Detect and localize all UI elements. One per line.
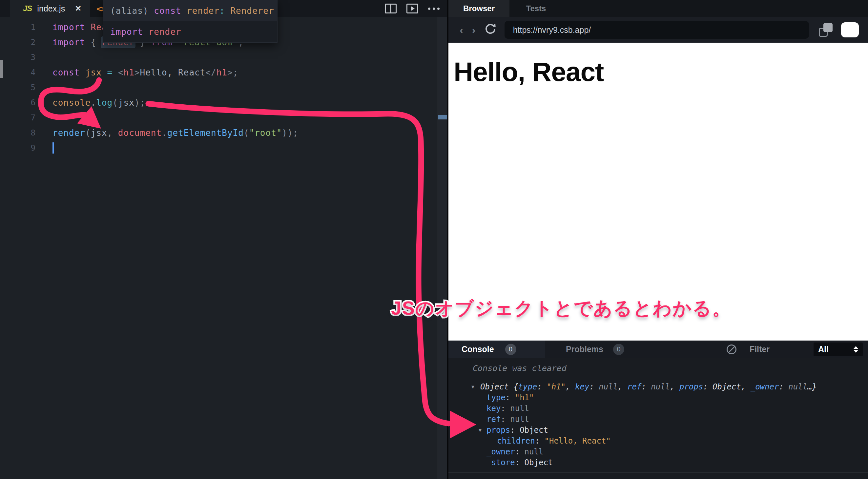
code-line[interactable]: 3 — [0, 50, 438, 65]
code-token: _owner — [487, 447, 515, 456]
code-token: : — [589, 382, 599, 391]
code-token — [113, 67, 118, 78]
code-token: null — [510, 415, 529, 424]
code-token — [225, 6, 230, 16]
code-line[interactable]: 9 — [0, 141, 438, 155]
run-preview-icon[interactable] — [406, 4, 418, 13]
console-tree-row[interactable]: key: null — [448, 403, 868, 414]
console-tree-row[interactable]: _owner: null — [448, 446, 868, 457]
tooltip: (alias) const render: Rendererimport ren… — [103, 0, 278, 43]
select-arrows-icon — [854, 346, 858, 353]
code-line[interactable]: 5 — [0, 80, 438, 95]
code-token: jsx — [118, 98, 134, 108]
code-token: Object — [520, 425, 548, 435]
code-token: = — [107, 67, 113, 78]
console-count-badge: 0 — [505, 344, 516, 355]
scrollbar-marker — [438, 115, 447, 119]
code-token: > — [134, 67, 140, 78]
more-options-icon[interactable] — [428, 7, 440, 10]
back-icon[interactable]: ‹ — [460, 24, 463, 35]
editor-scrollbar[interactable] — [438, 17, 447, 479]
console-body: Console was cleared ▼Object {type: "h1",… — [448, 358, 868, 473]
code-line[interactable]: 4const jsx = <h1>Hello, React</h1>; — [0, 65, 438, 80]
code-token: render — [149, 27, 181, 37]
code-token: ) — [287, 128, 293, 138]
tooltip-row[interactable]: import render — [103, 21, 277, 42]
code-line[interactable]: 6console.log(jsx); — [0, 95, 438, 110]
console-tree-row[interactable]: _store: Object — [448, 457, 868, 468]
tab-problems[interactable]: Problems 0 — [566, 344, 624, 355]
code-token: , — [565, 382, 575, 391]
tooltip-row[interactable]: (alias) const render: Renderer — [103, 0, 277, 21]
log-level-select[interactable]: All — [813, 342, 863, 356]
forward-icon[interactable]: › — [472, 24, 475, 35]
code-token — [181, 6, 187, 16]
close-tab-icon[interactable]: ✕ — [75, 4, 81, 13]
code-text[interactable]: console.log(jsx); — [53, 98, 145, 108]
code-token: : — [515, 447, 525, 456]
log-level-value: All — [818, 345, 854, 354]
line-number: 5 — [0, 83, 35, 92]
code-token: ) — [282, 128, 287, 138]
refresh-icon[interactable] — [484, 23, 497, 37]
code-token: _store — [487, 458, 515, 467]
expand-triangle-icon[interactable]: ▼ — [478, 427, 482, 433]
code-token — [85, 22, 91, 32]
code-token: "h1" — [515, 393, 534, 402]
code-token — [149, 6, 154, 16]
browser-pane: Browser Tests ‹ › Hello, React Console 0 — [448, 0, 868, 479]
code-token: getElementById — [167, 128, 244, 138]
code-token: , — [741, 382, 750, 391]
code-line[interactable]: 8render(jsx, document.getElementById("ro… — [0, 125, 438, 141]
code-token: ref — [627, 382, 641, 391]
line-number: 2 — [0, 38, 35, 47]
code-lines[interactable]: 1import React from "react";2import { ren… — [0, 17, 438, 479]
code-text[interactable]: const jsx = <h1>Hello, React</h1>; — [53, 67, 238, 78]
code-token: children — [497, 436, 535, 446]
url-input[interactable] — [504, 21, 809, 39]
code-token: const — [154, 6, 181, 16]
code-token: : — [515, 458, 525, 467]
code-token: …} — [807, 382, 817, 391]
filter-label: Filter — [750, 345, 770, 354]
code-token: ; — [140, 98, 145, 108]
code-token: : — [505, 393, 515, 402]
console-tab-label: Console — [462, 345, 494, 354]
tab-console[interactable]: Console 0 — [448, 340, 545, 358]
code-token: import — [110, 27, 143, 37]
code-token: , — [670, 382, 679, 391]
line-number: 6 — [0, 98, 35, 107]
line-number: 9 — [0, 143, 35, 153]
code-line[interactable]: 7 — [0, 110, 438, 125]
console-tree-row[interactable]: ▼Object {type: "h1", key: null, ref: nul… — [448, 381, 868, 392]
code-token: null — [788, 382, 807, 391]
browser-nav-bar: ‹ › — [448, 17, 868, 43]
tab-tests[interactable]: Tests — [509, 0, 563, 17]
code-text[interactable]: render(jsx, document.getElementById("roo… — [53, 128, 298, 138]
copy-url-icon[interactable] — [819, 23, 833, 37]
code-token: ref — [487, 415, 501, 424]
console-tree-row[interactable]: ref: null — [448, 414, 868, 424]
code-token: import — [53, 37, 85, 47]
code-token — [143, 27, 149, 37]
expand-triangle-icon[interactable]: ▼ — [471, 384, 474, 390]
console-tree-row[interactable]: type: "h1" — [448, 392, 868, 403]
split-view-icon[interactable] — [385, 4, 397, 13]
code-text[interactable] — [53, 142, 54, 153]
clear-console-icon[interactable] — [726, 345, 737, 354]
code-token: render — [187, 6, 219, 16]
console-tree-row[interactable]: ▼props: Object — [448, 424, 868, 436]
console-tree-row[interactable]: children: "Hello, React" — [448, 436, 868, 446]
code-token: : — [219, 6, 225, 16]
code-token: type — [487, 393, 505, 402]
open-preview-button[interactable] — [841, 22, 859, 37]
code-token: ( — [113, 98, 118, 108]
problems-tab-label: Problems — [566, 345, 603, 354]
code-token: Hello, React — [140, 67, 206, 78]
code-token: "root" — [249, 128, 282, 138]
code-token: jsx — [91, 128, 107, 138]
code-token: ; — [233, 67, 239, 78]
tab-browser[interactable]: Browser — [448, 0, 509, 17]
sidebar-drag-handle[interactable] — [0, 60, 3, 78]
tab-index-js[interactable]: JS index.js ✕ — [10, 0, 90, 17]
